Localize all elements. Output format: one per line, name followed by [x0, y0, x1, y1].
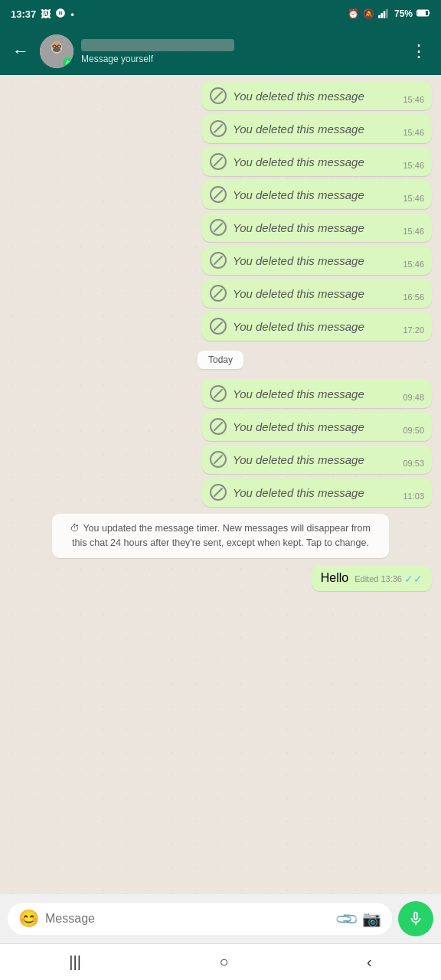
deleted-text: You deleted this message: [233, 254, 364, 267]
deleted-message-2[interactable]: You deleted this message 15:46: [202, 147, 432, 176]
deleted-icon: [210, 318, 227, 335]
msg-time: 16:56: [403, 292, 424, 302]
status-right: ⏰ 🔕 75%: [348, 8, 430, 21]
deleted-icon: [210, 87, 227, 104]
msg-left: You deleted this message: [210, 385, 364, 402]
deleted-icon: [210, 219, 227, 236]
msg-time: 17:20: [403, 325, 424, 335]
deleted-message-1[interactable]: You deleted this message 15:46: [202, 114, 432, 143]
msg-left: You deleted this message: [210, 285, 364, 302]
hello-message[interactable]: Hello Edited 13:36 ✓✓: [312, 565, 432, 591]
edited-label: Edited 13:36: [354, 574, 402, 583]
deleted-icon: [210, 252, 227, 269]
deleted-message-4[interactable]: You deleted this message 15:46: [202, 213, 432, 242]
hello-text: Hello: [321, 571, 348, 585]
more-options-button[interactable]: ⋮: [406, 38, 432, 64]
msg-time: 15:46: [403, 128, 424, 137]
deleted-message-3[interactable]: You deleted this message 15:46: [202, 180, 432, 209]
battery-icon: [416, 8, 430, 20]
deleted-message-0[interactable]: You deleted this message 15:46: [202, 81, 432, 110]
deleted-message-today-3[interactable]: You deleted this message 11:03: [202, 478, 432, 507]
msg-time: 09:53: [403, 459, 424, 468]
contact-subtitle: Message yourself: [81, 54, 398, 64]
chat-area: You deleted this message 15:46 You delet…: [0, 75, 441, 894]
hello-meta: Edited 13:36 ✓✓: [354, 573, 423, 585]
deleted-icon: [210, 153, 227, 170]
contact-name-blurred: [81, 39, 234, 51]
deleted-message-today-2[interactable]: You deleted this message 09:53: [202, 445, 432, 474]
nav-home-gesture[interactable]: ○: [219, 953, 228, 971]
back-button[interactable]: ←: [9, 38, 32, 64]
mute-icon: 🔕: [363, 8, 374, 19]
deleted-icon: [210, 285, 227, 302]
msg-time: 15:46: [403, 227, 424, 236]
msg-left: You deleted this message: [210, 219, 364, 236]
msg-left: You deleted this message: [210, 418, 364, 435]
deleted-text: You deleted this message: [233, 90, 364, 103]
emoji-button[interactable]: 😊: [18, 909, 39, 929]
deleted-message-today-1[interactable]: You deleted this message 09:50: [202, 412, 432, 441]
status-icon-gallery: 🖼: [41, 8, 51, 20]
deleted-text: You deleted this message: [233, 320, 364, 333]
avatar[interactable]: ⏱: [40, 34, 74, 68]
deleted-message-today-0[interactable]: You deleted this message 09:48: [202, 379, 432, 408]
svg-point-14: [53, 47, 60, 52]
svg-rect-0: [378, 15, 381, 18]
camera-button[interactable]: 📷: [362, 910, 381, 928]
mic-button[interactable]: [398, 901, 433, 936]
status-time: 13:37: [11, 8, 36, 20]
status-dot: •: [70, 8, 74, 20]
deleted-icon: [210, 120, 227, 137]
deleted-text: You deleted this message: [233, 420, 364, 433]
msg-time: 09:48: [403, 393, 424, 402]
msg-time: 09:50: [403, 426, 424, 435]
deleted-text: You deleted this message: [233, 453, 364, 466]
msg-time: 15:46: [403, 194, 424, 203]
deleted-message-7[interactable]: You deleted this message 17:20: [202, 312, 432, 341]
input-bar: 😊 📎 📷: [0, 894, 441, 943]
deleted-icon: [210, 451, 227, 468]
status-bar: 13:37 🖼 • ⏰ 🔕 75%: [0, 0, 441, 28]
msg-left: You deleted this message: [210, 153, 364, 170]
deleted-text: You deleted this message: [233, 155, 364, 168]
status-icon-whatsapp: [55, 8, 66, 21]
msg-time: 15:46: [403, 260, 424, 269]
disappear-timer-icon: ⏱: [63, 57, 74, 68]
deleted-text: You deleted this message: [233, 221, 364, 234]
deleted-icon: [210, 418, 227, 435]
msg-time: 15:46: [403, 95, 424, 104]
svg-rect-6: [429, 11, 430, 14]
msg-time: 11:03: [403, 492, 424, 501]
deleted-message-5[interactable]: You deleted this message 15:46: [202, 246, 432, 275]
nav-bar: ||| ○ ‹: [0, 943, 441, 980]
signal-icon: [378, 8, 390, 21]
msg-left: You deleted this message: [210, 484, 364, 501]
double-tick-icon: ✓✓: [404, 573, 423, 585]
deleted-message-6[interactable]: You deleted this message 16:56: [202, 279, 432, 308]
system-message[interactable]: ⏱ You updated the message timer. New mes…: [52, 514, 389, 558]
msg-left: You deleted this message: [210, 120, 364, 137]
msg-time: 15:46: [403, 161, 424, 170]
alarm-icon: ⏰: [348, 8, 359, 19]
svg-rect-2: [384, 11, 386, 18]
deleted-text: You deleted this message: [233, 122, 364, 136]
message-input[interactable]: [45, 912, 331, 926]
deleted-icon: [210, 484, 227, 501]
status-left: 13:37 🖼 •: [11, 8, 74, 21]
input-wrap: 😊 📎 📷: [8, 903, 392, 935]
msg-left: You deleted this message: [210, 186, 364, 203]
msg-left: You deleted this message: [210, 451, 364, 468]
deleted-text: You deleted this message: [233, 387, 364, 400]
deleted-text: You deleted this message: [233, 188, 364, 201]
header-info: Message yourself: [81, 39, 398, 64]
svg-rect-1: [381, 13, 383, 18]
attach-button[interactable]: 📎: [333, 906, 360, 933]
nav-back-gesture[interactable]: |||: [69, 953, 81, 971]
chat-header: ← ⏱ Message yourself ⋮: [0, 28, 441, 75]
deleted-text: You deleted this message: [233, 287, 364, 300]
deleted-icon: [210, 385, 227, 402]
deleted-text: You deleted this message: [233, 486, 364, 499]
nav-recents-gesture[interactable]: ‹: [367, 953, 372, 971]
date-separator: Today: [9, 351, 432, 369]
date-badge: Today: [198, 351, 243, 369]
